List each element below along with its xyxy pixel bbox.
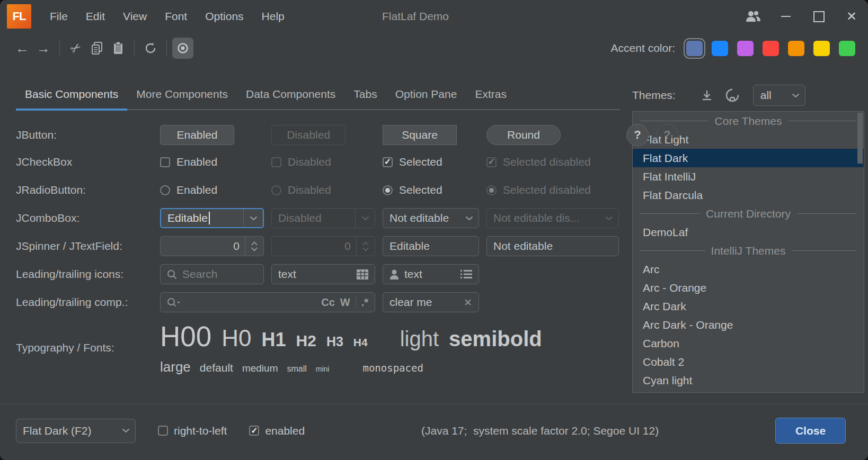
combobox-editable[interactable]: Editable <box>160 208 264 228</box>
close-button[interactable]: Close <box>775 418 846 444</box>
system-info-text: (Java 17; system scale factor 2.0; Segoe… <box>305 425 775 437</box>
jcheckbox-label: JCheckBox <box>16 156 153 168</box>
accent-swatch-orange[interactable] <box>788 41 804 56</box>
themes-label: Themes: <box>632 89 676 102</box>
theme-item-arc[interactable]: Arc <box>633 260 864 278</box>
laf-combo[interactable]: Flat Dark (F2) <box>16 419 136 443</box>
menu-edit[interactable]: Edit <box>77 10 114 23</box>
accent-swatch-green[interactable] <box>839 41 855 56</box>
separator <box>356 296 356 308</box>
theme-item-flat-dark[interactable]: Flat Dark <box>633 149 864 167</box>
regex-button[interactable]: .* <box>361 296 368 309</box>
theme-item-flat-intellij[interactable]: Flat IntelliJ <box>633 167 864 186</box>
radio-disabled: Disabled <box>271 184 375 196</box>
jspinner-row: JSpinner / JTextField: 0 0 Editable Not … <box>16 236 631 256</box>
minimize-button[interactable] <box>769 0 802 33</box>
checkbox-icon <box>158 426 168 436</box>
cut-button[interactable]: ✂ <box>65 38 86 59</box>
text-input-user-list[interactable]: text <box>383 264 479 284</box>
menu-help[interactable]: Help <box>253 10 294 23</box>
forward-button[interactable]: → <box>33 38 54 59</box>
themes-filter-combo[interactable]: all <box>753 85 805 106</box>
refresh-button[interactable] <box>140 38 161 59</box>
text-input-table[interactable]: text <box>271 264 375 284</box>
theme-list-scrollbar[interactable] <box>857 113 863 164</box>
theme-item-carbon[interactable]: Carbon <box>633 334 864 353</box>
paste-button[interactable] <box>108 38 129 59</box>
theme-item-arc-dark-orange[interactable]: Arc Dark - Orange <box>633 315 864 334</box>
checkbox-icon <box>271 157 281 167</box>
accent-swatch-purple[interactable] <box>737 41 754 56</box>
jcombobox-row: JComboBox: Editable Disabled Not editabl… <box>16 208 631 228</box>
toolbar-separator <box>59 40 60 56</box>
eye-icon <box>177 42 189 54</box>
radio-enabled[interactable]: Enabled <box>160 184 264 196</box>
github-button[interactable] <box>725 88 739 102</box>
theme-item-demolaf[interactable]: DemoLaf <box>633 223 864 241</box>
theme-item-cobalt-2[interactable]: Cobalt 2 <box>633 353 864 371</box>
search-placeholder: Search <box>182 268 257 281</box>
combobox-not-editable[interactable]: Not editable <box>383 208 479 228</box>
copy-button[interactable] <box>86 38 108 59</box>
semibold-sample: semibold <box>449 327 542 351</box>
round-button[interactable]: Round <box>486 125 561 145</box>
accent-swatch-default[interactable] <box>686 41 703 56</box>
theme-item-arc-dark[interactable]: Arc Dark <box>633 297 864 315</box>
maximize-button[interactable] <box>802 0 835 33</box>
menu-options[interactable]: Options <box>196 10 252 23</box>
tab-more-components[interactable]: More Components <box>127 88 237 109</box>
clear-icon[interactable]: ✕ <box>464 296 472 309</box>
rtl-checkbox[interactable]: right-to-left <box>158 425 227 437</box>
help-button[interactable]: ? <box>626 124 649 146</box>
enabled-button[interactable]: Enabled <box>160 125 234 145</box>
radio-icon <box>271 185 281 195</box>
app-logo-icon: FL <box>7 4 31 29</box>
download-theme-button[interactable] <box>701 89 713 101</box>
tab-option-pane[interactable]: Option Pane <box>386 88 466 109</box>
search-menu-icon[interactable] <box>167 297 181 308</box>
menu-font[interactable]: Font <box>156 10 196 23</box>
tab-tabs[interactable]: Tabs <box>344 88 386 109</box>
list-icon[interactable] <box>460 269 472 279</box>
close-window-button[interactable]: ✕ <box>835 0 868 33</box>
users-icon[interactable] <box>737 0 769 33</box>
whole-word-button[interactable]: W <box>340 296 350 309</box>
back-icon: ← <box>15 41 29 55</box>
spinner-disabled: 0 <box>271 236 375 256</box>
jbutton-label: JButton: <box>16 129 153 141</box>
person-icon <box>389 269 399 279</box>
typography-label: Typography / Fonts: <box>16 341 153 354</box>
back-button[interactable]: ← <box>12 38 33 59</box>
clear-me-input[interactable]: clear me ✕ <box>383 292 479 312</box>
menu-file[interactable]: File <box>41 10 77 23</box>
theme-item-arc-orange[interactable]: Arc - Orange <box>633 278 864 297</box>
search-input[interactable]: Search <box>160 264 264 284</box>
small-sample: small <box>287 364 306 374</box>
accent-swatch-red[interactable] <box>763 41 779 56</box>
theme-list[interactable]: Core Themes Flat Light Flat Dark Flat In… <box>632 111 864 393</box>
chevron-down-icon <box>599 209 618 228</box>
checkbox-selected[interactable]: Selected <box>383 156 479 168</box>
spinner-enabled[interactable]: 0 <box>160 236 264 256</box>
radio-selected[interactable]: Selected <box>383 184 479 196</box>
accent-swatch-blue[interactable] <box>712 41 728 56</box>
show-hidden-toggle[interactable] <box>172 38 193 59</box>
theme-item-cyan-light[interactable]: Cyan light <box>633 371 864 390</box>
search-with-options-input[interactable]: Cc W .* <box>160 292 375 312</box>
theme-item-flat-darcula[interactable]: Flat Darcula <box>633 186 864 204</box>
tab-basic-components[interactable]: Basic Components <box>16 88 127 109</box>
tab-extras[interactable]: Extras <box>466 88 516 109</box>
enabled-checkbox[interactable]: enabled <box>249 425 305 437</box>
checkbox-enabled[interactable]: Enabled <box>160 156 264 168</box>
accent-swatch-yellow[interactable] <box>813 41 830 56</box>
medium-sample: medium <box>242 363 278 374</box>
theme-item-dark-flat[interactable]: Dark Flat <box>633 390 864 393</box>
menu-view[interactable]: View <box>114 10 156 23</box>
window-controls: ✕ <box>737 0 868 33</box>
textfield-editable[interactable]: Editable <box>383 236 479 256</box>
tab-data-components[interactable]: Data Components <box>237 88 344 109</box>
match-case-button[interactable]: Cc <box>321 296 335 309</box>
square-button[interactable]: Square <box>383 125 457 145</box>
spinner-arrows-icon[interactable] <box>245 237 263 256</box>
chevron-down-icon[interactable] <box>243 209 263 227</box>
